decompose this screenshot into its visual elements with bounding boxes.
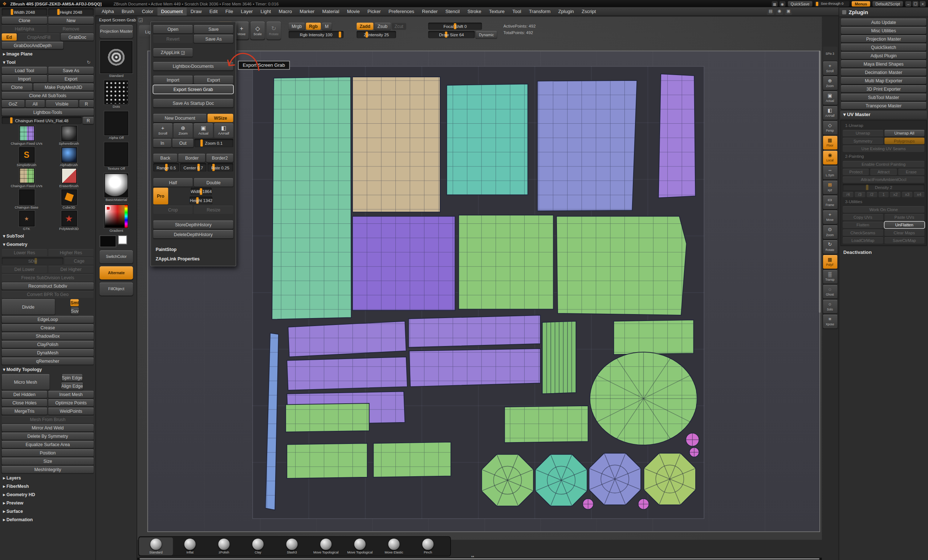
sdiv-slider[interactable]: SDiv <box>2 257 64 265</box>
menu-item-picker[interactable]: Picker <box>363 7 385 15</box>
halfalpha-button[interactable]: HalfAlpha <box>2 25 47 32</box>
divide-button[interactable]: Divide <box>2 299 55 315</box>
export-screen-grab-button[interactable]: Export Screen Grab <box>153 85 233 94</box>
horizontal-scrollbar-thumb[interactable] <box>139 558 820 559</box>
r-button[interactable]: R <box>83 117 94 124</box>
optimize-points-button[interactable]: Optimize Points <box>48 399 94 406</box>
attract-button[interactable]: Attract <box>870 169 897 175</box>
double-button[interactable]: Double <box>194 178 233 186</box>
crop-button[interactable]: Crop <box>153 205 192 214</box>
menu-item-material[interactable]: Material <box>318 7 343 15</box>
import-button[interactable]: Import <box>2 75 47 82</box>
grabdocanddepth-button[interactable]: GrabDocAndDepth <box>2 42 64 49</box>
new-button[interactable]: New <box>48 17 94 24</box>
mirror-and-weld-button[interactable]: Mirror And Weld <box>2 425 94 432</box>
erase-button[interactable]: Erase <box>898 169 924 175</box>
image-plane-header[interactable]: ▸ Image Plane <box>2 50 94 57</box>
gtk[interactable]: GTK <box>6 211 47 231</box>
menu-item-edit[interactable]: Edit <box>206 7 221 15</box>
all-button[interactable]: All <box>25 100 45 107</box>
lightbox-tools-button[interactable]: Lightbox›Tools <box>2 108 94 116</box>
move-topological[interactable]: Move Topological <box>309 537 343 555</box>
zoom[interactable]: ⊙Zoom <box>823 225 837 239</box>
multi-map-exporter[interactable]: Multi Map Exporter <box>841 77 926 84</box>
dynamic-button[interactable]: Dynamic <box>476 31 497 38</box>
mergetris-button[interactable]: MergeTris <box>2 408 47 415</box>
projection-master[interactable]: Projection Master <box>841 35 926 43</box>
higher-res-button[interactable]: Higher Res <box>48 249 94 256</box>
fill-object-button[interactable]: FillObject <box>99 283 133 295</box>
grabdoc-button[interactable]: GrabDoc <box>61 33 94 41</box>
maya-blend-shapes[interactable]: Maya Blend Shapes <box>841 60 926 67</box>
menus-button[interactable]: Menus <box>852 1 870 6</box>
export-button[interactable]: Export <box>48 75 94 82</box>
half-button[interactable]: Half <box>153 178 192 186</box>
modify-topology-header[interactable]: ▾ Modify Topology <box>2 366 94 373</box>
pinch[interactable]: Pinch <box>411 537 445 555</box>
see-through-slider[interactable]: See-through 0 <box>815 1 849 6</box>
current-alpha-thumb[interactable]: Alpha Off <box>104 111 128 139</box>
ghost[interactable]: ◌Ghost <box>823 285 837 298</box>
out-button[interactable]: Out <box>172 139 193 147</box>
secondary-color-swatch[interactable] <box>118 235 127 245</box>
deletedepthhistory-button[interactable]: DeleteDepthHistory <box>153 230 233 238</box>
make-polymesh3d-button[interactable]: Make PolyMesh3D <box>33 84 93 91</box>
zoom[interactable]: ⊕Zoom <box>823 76 837 90</box>
x4-button[interactable]: x4 <box>914 192 924 197</box>
zapplink-properties-item[interactable]: ZAppLink Properties <box>153 254 233 263</box>
save-as-button[interactable]: Save As <box>194 35 233 43</box>
solo[interactable]: ○Solo <box>823 300 837 313</box>
polygroups-button[interactable]: Polygroups <box>884 137 924 144</box>
suv-button[interactable]: Suv <box>71 307 78 315</box>
copy-uvs-button[interactable]: Copy UVs <box>843 214 883 221</box>
canvas-scrollbar[interactable] <box>819 51 821 313</box>
grid-icon[interactable]: ▦ <box>772 1 777 6</box>
menu-item-layer[interactable]: Layer <box>237 7 257 15</box>
simplebrush[interactable]: SimpleBrush <box>6 147 47 167</box>
chaingun-fixed-uvs[interactable]: Chaingun Fixed UVs <box>6 126 47 146</box>
l-sym[interactable]: ⇔L.Sym <box>823 166 837 180</box>
micro-mesh-button[interactable]: Micro Mesh <box>2 374 49 390</box>
unwrap-all-button[interactable]: Unwrap All <box>884 130 924 136</box>
geometry-hd-header[interactable]: ▸ Geometry HD <box>2 491 94 498</box>
menu-item-color[interactable]: Color <box>138 7 157 15</box>
close-holes-button[interactable]: Close Holes <box>2 399 47 406</box>
open-button[interactable]: Open <box>153 25 192 33</box>
menu-item-stroke[interactable]: Stroke <box>464 7 485 15</box>
eraserbrush[interactable]: EraserBrush <box>48 168 89 188</box>
clone-button[interactable]: Clone <box>2 17 47 24</box>
adjust-plugin[interactable]: Adjust Plugin <box>841 52 926 59</box>
menu-item-file[interactable]: File <box>221 7 237 15</box>
smt-button[interactable]: Smt <box>70 299 79 306</box>
claypolish-button[interactable]: ClayPolish <box>2 341 94 348</box>
spix-slider[interactable]: SPix 3 <box>823 46 837 60</box>
width-2048-slider[interactable]: Width 2048 <box>2 8 47 15</box>
auto-update[interactable]: Auto Update <box>841 18 926 26</box>
shadowbox-button[interactable]: ShadowBox <box>2 333 94 340</box>
pro-button[interactable]: Pro <box>153 187 168 204</box>
current-tool-slider[interactable]: Chaingun Fixed UVs_Flat.48 <box>2 117 82 124</box>
goz-button[interactable]: GoZ <box>2 100 24 107</box>
attractfromambientoccl-button[interactable]: AttractFromAmbientOccl <box>843 176 924 183</box>
clay[interactable]: Clay <box>241 537 275 555</box>
move-button[interactable]: +Move <box>235 21 249 39</box>
import-button[interactable]: Import <box>153 76 192 84</box>
slash3[interactable]: Slash3 <box>275 537 309 555</box>
mrgb-button[interactable]: Mrgb <box>288 23 305 30</box>
sphere-icon[interactable]: ◉ <box>780 1 785 6</box>
range-0-5-slider[interactable]: Range 0.5 <box>153 163 179 172</box>
ed-button[interactable]: Ed <box>2 33 16 41</box>
tool-header[interactable]: ▾ Tool <box>2 58 82 65</box>
density-2-slider[interactable]: Density 2 <box>843 184 924 191</box>
insert-mesh-button[interactable]: Insert Mesh <box>48 391 94 398</box>
unwrap-button[interactable]: Unwrap <box>843 130 883 136</box>
delete-by-symmetry-button[interactable]: Delete By Symmetry <box>2 433 94 440</box>
floor[interactable]: ▦Floor <box>823 136 837 150</box>
menu-item-transform[interactable]: Transform <box>525 7 554 15</box>
transp[interactable]: ▒Transp <box>823 270 837 284</box>
revert-button[interactable]: Revert <box>153 35 192 43</box>
border-button[interactable]: Border <box>179 154 206 162</box>
frame[interactable]: ▭Frame <box>823 195 837 209</box>
layers-header[interactable]: ▸ Layers <box>2 475 94 482</box>
polyf[interactable]: ▦PolyF <box>823 255 837 269</box>
